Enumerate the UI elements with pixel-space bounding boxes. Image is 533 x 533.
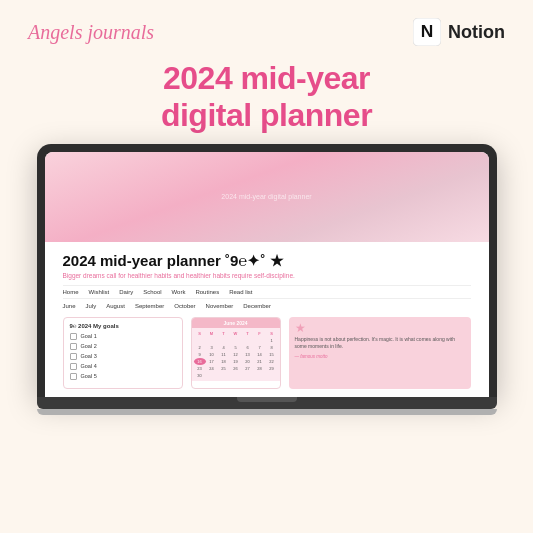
tab-june[interactable]: June <box>63 303 76 309</box>
cal-date-today: 16 <box>194 358 206 365</box>
tab-september[interactable]: September <box>135 303 164 309</box>
hero-title: 2024 mid-year digital planner <box>161 60 372 134</box>
nav-routines[interactable]: Routines <box>195 289 219 295</box>
cal-date: 28 <box>254 365 266 372</box>
cal-date: 4 <box>218 344 230 351</box>
cal-date: 21 <box>254 358 266 365</box>
tab-october[interactable]: October <box>174 303 195 309</box>
planner-title: 2024 mid-year planner ˚9℮✦˚ ★ <box>63 252 471 270</box>
cal-date: 22 <box>266 358 278 365</box>
cal-date <box>242 337 254 344</box>
cal-day-s2: S <box>266 330 278 337</box>
planner-subtitle: Bigger dreams call for healthier habits … <box>63 272 471 279</box>
list-item: Goal 5 <box>70 373 176 380</box>
cal-date: 7 <box>254 344 266 351</box>
cal-date: 17 <box>206 358 218 365</box>
cal-date: 29 <box>266 365 278 372</box>
quote-panel: ★ Happiness is not about perfection. It'… <box>289 317 471 389</box>
cal-day-s1: S <box>194 330 206 337</box>
screen-content: 2024 mid-year planner ˚9℮✦˚ ★ Bigger dre… <box>45 242 489 397</box>
cal-day-t2: T <box>242 330 254 337</box>
goal-checkbox-4[interactable] <box>70 363 77 370</box>
goals-title: 9℮ 2024 My goals <box>70 323 176 329</box>
goal-label-5: Goal 5 <box>81 373 97 379</box>
goal-label-1: Goal 1 <box>81 333 97 339</box>
cal-date: 26 <box>230 365 242 372</box>
hero-title-line1: 2024 mid-year <box>161 60 372 97</box>
cal-date <box>254 337 266 344</box>
goal-checkbox-1[interactable] <box>70 333 77 340</box>
cal-date: 27 <box>242 365 254 372</box>
cal-date: 8 <box>266 344 278 351</box>
laptop-wrapper: 2024 mid-year digital planner 2024 mid-y… <box>37 144 497 415</box>
laptop-base <box>37 397 497 409</box>
laptop-outer: 2024 mid-year digital planner 2024 mid-y… <box>37 144 497 397</box>
top-header: Angels journals N Notion <box>0 0 533 56</box>
notion-icon: N <box>413 18 441 46</box>
tab-july[interactable]: July <box>86 303 97 309</box>
nav-school[interactable]: School <box>143 289 161 295</box>
cal-day-t1: T <box>218 330 230 337</box>
cal-date: 2 <box>194 344 206 351</box>
cal-date: 19 <box>230 358 242 365</box>
cal-date: 1 <box>266 337 278 344</box>
screen-nav: Home Wishlist Dairy School Work Routines… <box>63 285 471 299</box>
goal-label-4: Goal 4 <box>81 363 97 369</box>
list-item: Goal 1 <box>70 333 176 340</box>
cal-date: 15 <box>266 351 278 358</box>
main-grid: 9℮ 2024 My goals Goal 1 Goal 2 Goal 3 <box>63 317 471 389</box>
nav-home[interactable]: Home <box>63 289 79 295</box>
cal-day-m: M <box>206 330 218 337</box>
goal-label-3: Goal 3 <box>81 353 97 359</box>
cal-day-f: F <box>254 330 266 337</box>
cal-date: 6 <box>242 344 254 351</box>
cal-date: 3 <box>206 344 218 351</box>
cal-date: 13 <box>242 351 254 358</box>
list-item: Goal 4 <box>70 363 176 370</box>
calendar-grid: S M T W T F S <box>192 328 280 381</box>
hero-title-line2: digital planner <box>161 97 372 134</box>
tab-december[interactable]: December <box>243 303 271 309</box>
notion-label: Notion <box>448 22 505 43</box>
tab-august[interactable]: August <box>106 303 125 309</box>
quote-text: Happiness is not about perfection. It's … <box>295 336 465 350</box>
cal-day-w: W <box>230 330 242 337</box>
month-tabs: June July August September October Novem… <box>63 303 471 309</box>
banner-overlay-text: 2024 mid-year digital planner <box>221 193 311 200</box>
nav-work[interactable]: Work <box>172 289 186 295</box>
svg-text:N: N <box>421 21 434 41</box>
brand-logo: Angels journals <box>28 21 154 44</box>
cal-date: 24 <box>206 365 218 372</box>
cal-date: 14 <box>254 351 266 358</box>
list-item: Goal 2 <box>70 343 176 350</box>
quote-author: — famous motto <box>295 354 465 359</box>
goal-checkbox-2[interactable] <box>70 343 77 350</box>
cal-date <box>194 337 206 344</box>
laptop-stand <box>37 409 497 415</box>
cal-date: 20 <box>242 358 254 365</box>
cal-date: 25 <box>218 365 230 372</box>
cal-date <box>218 337 230 344</box>
cal-date <box>230 337 242 344</box>
cal-date: 10 <box>206 351 218 358</box>
laptop-screen: 2024 mid-year digital planner 2024 mid-y… <box>45 152 489 397</box>
calendar-header: June 2024 <box>192 318 280 328</box>
goals-panel: 9℮ 2024 My goals Goal 1 Goal 2 Goal 3 <box>63 317 183 389</box>
cal-date: 18 <box>218 358 230 365</box>
nav-wishlist[interactable]: Wishlist <box>89 289 110 295</box>
laptop-notch <box>237 397 297 402</box>
nav-dairy[interactable]: Dairy <box>119 289 133 295</box>
screen-banner: 2024 mid-year digital planner <box>45 152 489 242</box>
cal-date: 5 <box>230 344 242 351</box>
goal-checkbox-5[interactable] <box>70 373 77 380</box>
cal-date: 23 <box>194 365 206 372</box>
cal-date: 11 <box>218 351 230 358</box>
cal-date: 30 <box>194 372 206 379</box>
tab-november[interactable]: November <box>206 303 234 309</box>
star-icon: ★ <box>295 322 465 334</box>
cal-date <box>206 337 218 344</box>
nav-readlist[interactable]: Read list <box>229 289 252 295</box>
goal-checkbox-3[interactable] <box>70 353 77 360</box>
cal-date: 12 <box>230 351 242 358</box>
calendar-panel: June 2024 S M T W T F S <box>191 317 281 389</box>
